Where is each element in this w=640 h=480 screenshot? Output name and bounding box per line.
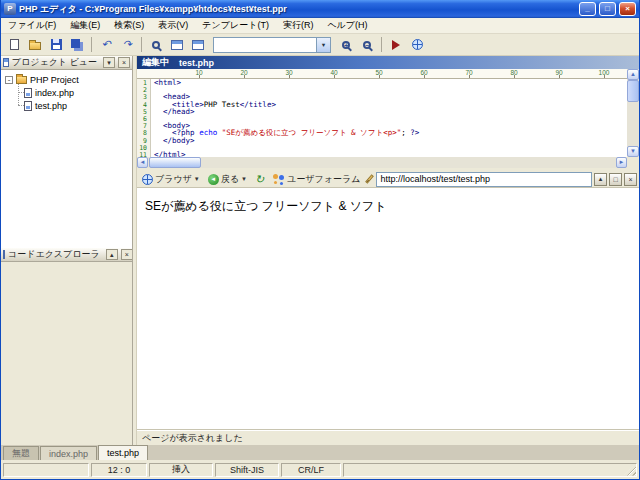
redo-button[interactable] — [117, 36, 137, 54]
code-line[interactable]: 10 — [137, 144, 627, 151]
refresh-button[interactable] — [252, 172, 267, 187]
run-icon — [392, 40, 400, 50]
users-icon — [272, 174, 285, 184]
code-line[interactable]: 8 <?php echo "SEが薦める役に立つ フリーソフト & ソフト<p>… — [137, 129, 627, 136]
editor-vertical-scrollbar[interactable] — [627, 69, 639, 157]
ruler-number: 10 — [195, 69, 202, 76]
back-button[interactable]: 戻る — [205, 172, 250, 187]
toolbar-separator — [91, 37, 92, 52]
code-explorer-header: コードエクスプローラ ▴ × — [1, 248, 132, 262]
status-linebreak: CR/LF — [281, 463, 341, 477]
undo-button[interactable] — [96, 36, 116, 54]
tab-index-php[interactable]: index.php — [40, 446, 97, 460]
tree-file-label[interactable]: test.php — [35, 101, 67, 111]
ruler-number: 40 — [330, 69, 337, 76]
ruler-number: 80 — [510, 69, 517, 76]
code-explorer-header-icon — [3, 250, 5, 259]
tree-file-row[interactable]: index.php — [24, 86, 132, 99]
back-button-label: 戻る — [221, 173, 239, 186]
window-title: PHP エディタ - C:¥Program Files¥xampp¥htdocs… — [19, 3, 576, 16]
editor-horizontal-scrollbar[interactable] — [137, 157, 627, 168]
scroll-right-icon[interactable] — [616, 157, 627, 168]
project-view-header: プロジェクト ビュー ▾ × — [1, 56, 132, 70]
new-file-icon — [10, 39, 19, 50]
browser-maximize-button[interactable]: □ — [609, 173, 622, 186]
ruler: 102030405060708090100 — [137, 69, 627, 79]
code-lines[interactable]: 1<html>23 <head>4 <title>PHP Test</title… — [137, 79, 627, 157]
code-line[interactable]: 1<html> — [137, 79, 627, 86]
forum-button-label: ユーザフォーラム — [287, 173, 360, 186]
zoom-in-button[interactable] — [336, 36, 356, 54]
zoom-out-button[interactable] — [357, 36, 377, 54]
menu-help[interactable]: ヘルプ(H) — [320, 19, 374, 32]
user-forum-button[interactable]: ユーザフォーラム — [269, 172, 363, 187]
code-explorer-toggle-button[interactable] — [188, 36, 208, 54]
code-line[interactable]: 9 </body> — [137, 137, 627, 144]
browser-content: SEが薦める役に立つ フリーソフト & ソフト — [137, 188, 639, 430]
scroll-left-icon[interactable] — [137, 157, 148, 168]
toolbar-combo-input[interactable] — [214, 38, 316, 52]
scroll-up-icon[interactable] — [627, 69, 639, 80]
project-view-close-button[interactable]: × — [118, 57, 130, 68]
scrollbar-corner — [627, 157, 639, 168]
save-all-icon — [71, 39, 80, 48]
browser-detach-button[interactable]: ▴ — [594, 173, 607, 186]
code-line[interactable]: 6 — [137, 115, 627, 122]
edit-icon[interactable] — [366, 174, 375, 184]
menu-template[interactable]: テンプレート(T) — [195, 19, 276, 32]
globe-icon — [412, 39, 423, 50]
tree-file-row[interactable]: test.php — [24, 99, 132, 112]
status-fill-segment — [343, 463, 637, 477]
tab-untitled[interactable]: 無題 — [3, 446, 39, 460]
maximize-button[interactable] — [599, 2, 616, 16]
menu-run[interactable]: 実行(R) — [276, 19, 321, 32]
horizontal-scroll-thumb[interactable] — [149, 157, 201, 168]
php-file-icon — [24, 101, 32, 111]
project-view-menu-button[interactable]: ▾ — [103, 57, 115, 68]
ruler-number: 50 — [375, 69, 382, 76]
vertical-scroll-thumb[interactable] — [627, 80, 639, 102]
editor-filename: test.php — [179, 58, 214, 68]
new-file-button[interactable] — [4, 36, 24, 54]
save-all-button[interactable] — [67, 36, 87, 54]
project-view-toggle-button[interactable] — [167, 36, 187, 54]
browser-page-text: SEが薦める役に立つ フリーソフト & ソフト — [145, 199, 387, 213]
resize-grip[interactable] — [624, 464, 636, 476]
left-panel: プロジェクト ビュー ▾ × - PHP Project index.php — [1, 56, 133, 445]
toolbar-combo[interactable] — [213, 37, 331, 53]
project-tree: - PHP Project index.php test.php — [1, 70, 132, 248]
scroll-down-icon[interactable] — [627, 146, 639, 157]
browser-status-message: ページが表示されました — [137, 430, 639, 445]
save-button[interactable] — [46, 36, 66, 54]
preview-button[interactable] — [407, 36, 427, 54]
menu-edit[interactable]: 編集(E) — [63, 19, 107, 32]
close-button[interactable] — [619, 2, 636, 16]
tab-test-php[interactable]: test.php — [98, 445, 148, 460]
tree-file-label[interactable]: index.php — [35, 88, 74, 98]
minimize-button[interactable] — [579, 2, 596, 16]
browser-menu-button[interactable]: ブラウザ — [139, 172, 203, 187]
code-line[interactable]: 5 </head> — [137, 108, 627, 115]
open-button[interactable] — [25, 36, 45, 54]
code-line[interactable]: 2 — [137, 86, 627, 93]
menu-file[interactable]: ファイル(F) — [1, 19, 63, 32]
chevron-down-icon[interactable] — [316, 38, 330, 52]
url-input[interactable] — [376, 172, 592, 187]
collapse-toggle-icon[interactable]: - — [5, 76, 13, 84]
menu-search[interactable]: 検索(S) — [107, 19, 151, 32]
menu-view[interactable]: 表示(V) — [151, 19, 195, 32]
main-panel: 編集中 test.php 102030405060708090100 1<htm… — [136, 56, 639, 445]
code-explorer-close-button[interactable]: × — [121, 249, 132, 260]
code-line[interactable]: 4 <title>PHP Test</title> — [137, 101, 627, 108]
status-empty-segment — [3, 463, 89, 477]
editor-header: 編集中 test.php — [137, 56, 639, 69]
toolbar-separator — [381, 37, 382, 52]
run-button[interactable] — [386, 36, 406, 54]
search-button[interactable] — [146, 36, 166, 54]
ruler-number: 60 — [420, 69, 427, 76]
redo-icon — [122, 39, 131, 50]
browser-close-button[interactable]: × — [624, 173, 637, 186]
code-explorer-menu-button[interactable]: ▴ — [106, 249, 118, 260]
tree-root-row[interactable]: - PHP Project — [5, 73, 132, 86]
project-root-label[interactable]: PHP Project — [30, 75, 79, 85]
